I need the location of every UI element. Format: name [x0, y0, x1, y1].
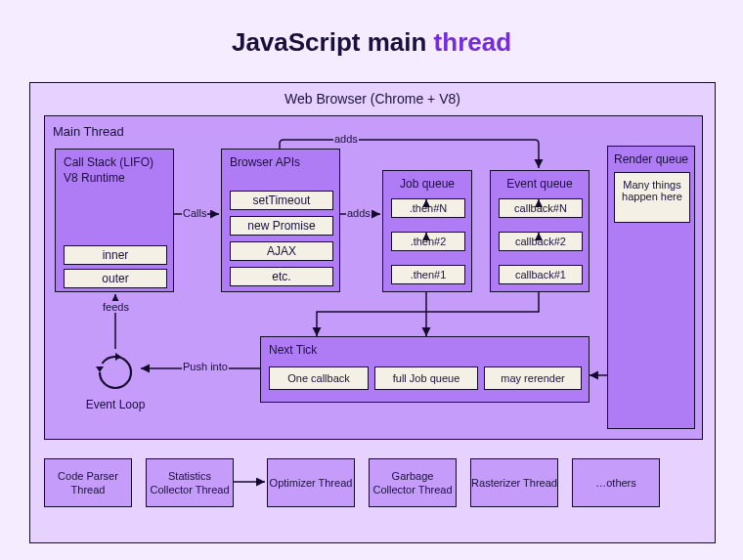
title-part2: thread — [434, 27, 511, 57]
title-part1: JavaScript main — [232, 27, 434, 57]
page-title: JavaScript main thread — [0, 27, 743, 58]
browser-box: Web Browser (Chrome + V8) Main Thread Re… — [29, 82, 716, 543]
bottom-arrow-svg — [30, 83, 715, 542]
